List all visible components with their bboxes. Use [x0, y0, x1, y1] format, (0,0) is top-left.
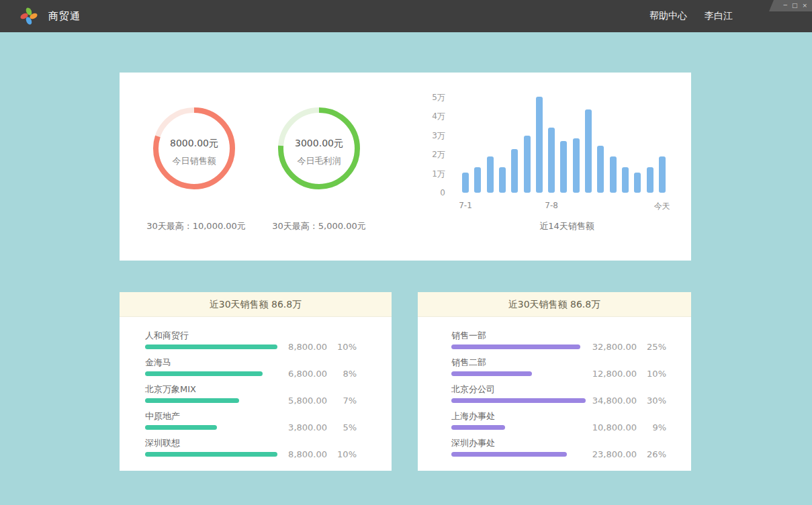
item-meta: 5,800.007% [273, 396, 357, 406]
sales-bar [511, 149, 518, 193]
item-meta: 8,800.0010% [273, 449, 357, 459]
sales-bar [536, 97, 543, 193]
item-percent: 10% [327, 342, 357, 352]
item-meta: 23,800.0026% [583, 449, 666, 459]
item-bar [451, 345, 580, 349]
item-name: 销售二部 [451, 356, 691, 368]
sales-bar [487, 156, 494, 193]
app-title: 商贸通 [48, 10, 81, 23]
x-axis-tick: 7-1 [451, 201, 480, 210]
profit-30day-max-note: 30天最高：5,000.00元 [242, 220, 396, 232]
bar-plot-area [462, 91, 674, 193]
list-item: 人和商贸行8,800.0010% [120, 329, 392, 356]
item-percent: 8% [327, 369, 357, 379]
list-item: 深圳办事处23,800.0026% [418, 437, 691, 463]
item-meta: 12,800.0010% [583, 369, 666, 379]
department-card-title: 近30天销售额 86.8万 [418, 292, 691, 317]
y-axis-tick: 3万 [418, 131, 445, 140]
item-name: 深圳联想 [145, 437, 392, 449]
item-name: 北京万象MIX [145, 383, 392, 395]
y-axis-tick: 1万 [418, 169, 445, 179]
list-item: 销售一部32,800.0025% [418, 329, 691, 356]
sales-bar [647, 167, 653, 193]
user-name-link[interactable]: 李白江 [705, 10, 733, 22]
item-amount: 34,800.00 [583, 396, 637, 406]
close-icon[interactable]: × [802, 3, 807, 9]
x-axis-tick: 今天 [647, 201, 677, 212]
sales-bar [610, 156, 617, 193]
list-item: 上海办事处10,800.009% [418, 410, 691, 437]
item-percent: 5% [327, 422, 357, 432]
today-sales-label: 今日销售额 [152, 155, 236, 167]
list-item: 中原地产3,800.005% [120, 410, 392, 437]
item-name: 金海马 [145, 356, 392, 368]
item-amount: 5,800.00 [273, 396, 327, 406]
x-axis-tick: 7-8 [537, 201, 566, 210]
item-name: 人和商贸行 [145, 329, 392, 341]
list-item: 金海马6,800.008% [120, 356, 392, 383]
item-percent: 10% [327, 449, 357, 459]
bar-chart-title: 近14天销售额 [462, 220, 672, 232]
department-sales-card: 近30天销售额 86.8万 销售一部32,800.0025%销售二部12,800… [418, 292, 691, 471]
app-window: 商贸通 帮助中心 李白江 ─ □ × 8000.00元 今日销售额 30天最高：… [0, 0, 812, 505]
sales-bar [560, 141, 567, 193]
item-amount: 3,800.00 [273, 422, 327, 432]
list-item: 销售二部12,800.0010% [418, 356, 691, 383]
item-name: 北京分公司 [451, 383, 691, 395]
sales-bar [585, 109, 592, 193]
sales-bar [462, 173, 469, 193]
item-percent: 9% [637, 422, 666, 432]
item-percent: 10% [637, 369, 666, 379]
customer-card-title: 近30天销售额 86.8万 [120, 292, 392, 317]
sales-bar [524, 136, 531, 193]
item-bar [145, 398, 239, 403]
item-amount: 23,800.00 [583, 449, 637, 459]
y-axis-tick: 4万 [418, 111, 445, 121]
item-amount: 6,800.00 [273, 369, 327, 379]
item-percent: 30% [637, 396, 666, 406]
item-bar [145, 345, 277, 349]
item-bar [145, 371, 263, 376]
item-amount: 10,800.00 [583, 422, 637, 432]
item-meta: 34,800.0030% [583, 396, 666, 406]
item-name: 上海办事处 [451, 410, 691, 422]
customer-rows: 人和商贸行8,800.0010%金海马6,800.008%北京万象MIX5,80… [120, 317, 392, 463]
y-axis-tick: 2万 [418, 150, 445, 159]
list-item: 深圳联想8,800.0010% [120, 437, 392, 463]
sales-bar [622, 167, 629, 193]
item-amount: 8,800.00 [273, 342, 327, 352]
item-percent: 7% [327, 396, 357, 406]
item-meta: 8,800.0010% [273, 342, 357, 352]
window-controls: ─ □ × [769, 0, 812, 11]
item-amount: 12,800.00 [583, 369, 637, 379]
y-axis-tick: 0 [418, 188, 445, 197]
sales-bar [573, 138, 580, 193]
item-bar [451, 371, 532, 376]
titlebar-nav: 帮助中心 李白江 [649, 10, 733, 22]
customer-sales-card: 近30天销售额 86.8万 人和商贸行8,800.0010%金海马6,800.0… [120, 292, 392, 471]
sales-bar [499, 167, 506, 193]
item-meta: 10,800.009% [583, 422, 666, 432]
overview-card: 8000.00元 今日销售额 30天最高：10,000.00元 3000.00元… [120, 73, 691, 261]
item-bar [451, 452, 567, 457]
maximize-icon[interactable]: □ [792, 3, 798, 9]
item-name: 中原地产 [145, 410, 392, 422]
help-center-link[interactable]: 帮助中心 [649, 10, 687, 22]
pinwheel-logo-icon [19, 6, 39, 26]
list-item: 北京万象MIX5,800.007% [120, 383, 392, 410]
list-item: 北京分公司34,800.0030% [418, 383, 691, 410]
sales-bar [597, 146, 604, 193]
today-profit-label: 今日毛利润 [277, 155, 361, 167]
item-bar [145, 452, 277, 457]
today-profit-gauge: 3000.00元 今日毛利润 [277, 106, 361, 191]
item-meta: 3,800.005% [273, 422, 357, 432]
item-name: 深圳办事处 [451, 437, 691, 449]
item-percent: 25% [637, 342, 666, 352]
today-sales-gauge: 8000.00元 今日销售额 [152, 106, 236, 191]
sales-14day-chart: 01万2万3万4万5万7-17-8今天 [418, 91, 680, 219]
y-axis-tick: 5万 [418, 93, 445, 102]
item-bar [145, 425, 217, 430]
item-meta: 6,800.008% [273, 369, 357, 379]
minimize-icon[interactable]: ─ [784, 3, 787, 9]
today-sales-value: 8000.00元 [152, 138, 236, 150]
